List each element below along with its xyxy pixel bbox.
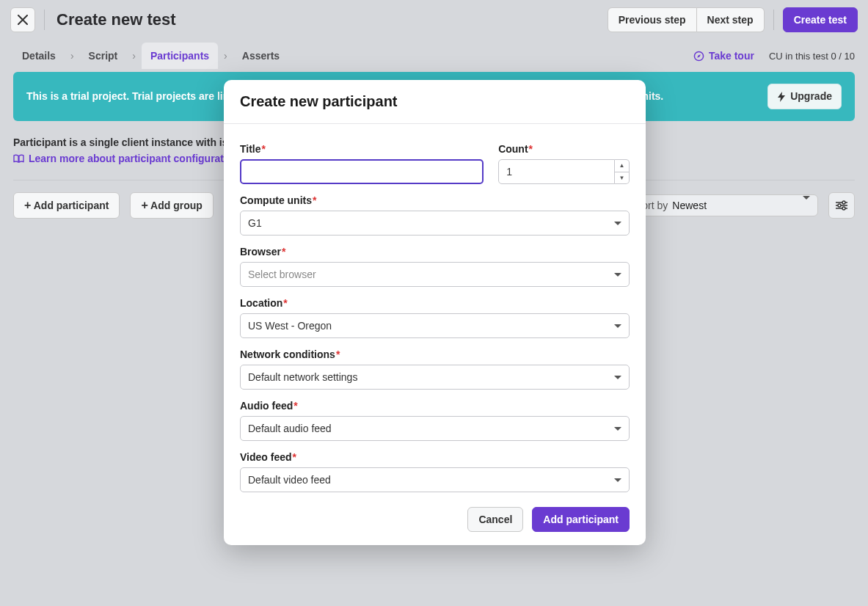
video-select[interactable]: Default video feed [240,467,630,492]
browser-placeholder: Select browser [248,269,316,280]
network-label: Network conditions* [240,348,630,360]
count-decrement[interactable]: ▼ [615,172,629,184]
compute-value: G1 [248,217,262,229]
create-participant-modal: Create new participant Title* Count* 1 ▲… [224,80,646,545]
network-select[interactable]: Default network settings [240,365,630,390]
browser-label: Browser* [240,246,630,258]
compute-label: Compute units* [240,194,630,206]
audio-value: Default audio feed [248,423,332,434]
browser-select[interactable]: Select browser [240,262,630,287]
count-label: Count* [498,143,630,155]
chevron-down-icon [614,222,621,225]
video-label: Video feed* [240,451,630,463]
title-input[interactable] [240,159,484,184]
chevron-down-icon [614,427,621,431]
cancel-button[interactable]: Cancel [467,507,523,532]
video-value: Default video feed [248,474,331,486]
chevron-down-icon [614,478,621,482]
audio-select[interactable]: Default audio feed [240,416,630,441]
location-value: US West - Oregon [248,320,332,332]
modal-add-participant-button[interactable]: Add participant [532,507,630,532]
chevron-down-icon [614,324,621,328]
audio-label: Audio feed* [240,400,630,412]
count-increment[interactable]: ▲ [615,160,629,172]
count-input[interactable]: 1 [498,159,615,184]
modal-title: Create new participant [224,80,646,124]
location-select[interactable]: US West - Oregon [240,313,630,338]
chevron-down-icon [614,273,621,277]
title-label: Title* [240,143,484,155]
count-stepper[interactable]: 1 ▲ ▼ [498,159,630,184]
modal-overlay: Create new participant Title* Count* 1 ▲… [0,0,868,606]
location-label: Location* [240,297,630,309]
compute-select[interactable]: G1 [240,211,630,236]
chevron-down-icon [614,376,621,379]
network-value: Default network settings [248,371,357,383]
